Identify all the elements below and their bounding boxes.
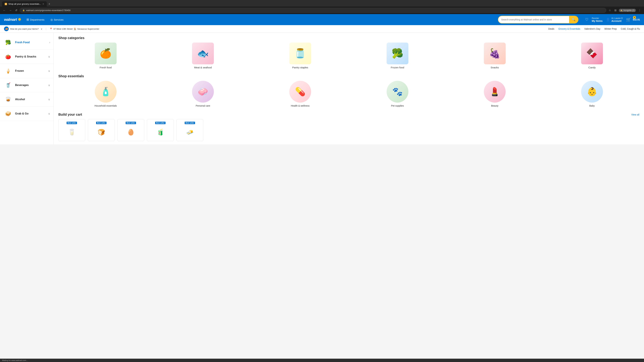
walmart-spark: ✸ [18, 17, 21, 22]
account-person-icon: 👤 [606, 17, 610, 22]
shop-essentials-title: Shop essentials [58, 74, 639, 78]
essential-pet-supplies[interactable]: 🐾 Pet supplies [350, 81, 445, 107]
household-img: 🧴 [95, 81, 116, 103]
valentines-link[interactable]: Valentine's Day [584, 27, 600, 30]
back-button[interactable]: ← [2, 8, 7, 12]
walmart-logo[interactable]: walmart ✸ [4, 17, 21, 22]
meat-seafood-label: Meat & seafood [156, 66, 250, 69]
services-icon: ◎ [50, 18, 53, 21]
category-pantry-staples[interactable]: 🫙 Pantry staples [253, 42, 348, 69]
sidebar-item-fresh-food[interactable]: 🥦 Fresh Food › [0, 35, 54, 50]
grocery-link[interactable]: Grocery & Essentials [558, 27, 580, 30]
baby-label: Baby [545, 104, 639, 107]
grab-go-chevron: ∨ [48, 112, 50, 115]
location-pin-icon: 📍 [50, 28, 52, 30]
sidebar-item-alcohol[interactable]: 🥃 Alcohol ∨ [0, 92, 54, 107]
sidebar-item-beverages[interactable]: 🥤 Beverages ∨ [0, 78, 54, 92]
frozen-chevron: ∨ [48, 69, 50, 72]
walmart-header: walmart ✸ ⊞ Departments ◎ Services 🔍 ♡ R… [0, 14, 644, 25]
store-icon: 🏠 [74, 28, 76, 30]
view-all-link[interactable]: View all [631, 113, 639, 116]
address-bar[interactable]: 🔒 walmart.com/cp/groceries-essentials/17… [20, 8, 606, 13]
meat-seafood-img: 🐟 [192, 42, 214, 64]
delivery-selector[interactable]: 🚚 How do you want your items? ∨ [4, 26, 42, 31]
cart-button[interactable]: 3 🛒 $32.91 [626, 17, 640, 22]
tab-close-btn[interactable]: ✕ [42, 3, 44, 5]
best-seller-product-5: 🧈 [178, 125, 201, 139]
deals-link[interactable]: Deals [548, 27, 554, 30]
essential-personal-care[interactable]: 🧼 Personal care [156, 81, 250, 107]
alcohol-label: Alcohol [15, 98, 46, 101]
best-seller-card-3[interactable]: Best seller 🥚 [118, 119, 144, 141]
search-button[interactable]: 🔍 [569, 16, 578, 23]
departments-nav[interactable]: ⊞ Departments [25, 17, 46, 22]
essential-household[interactable]: 🧴 Household essentials [58, 81, 153, 107]
beauty-img: 💄 [484, 81, 506, 103]
account-button[interactable]: 👤 Hi, Lauren D Account [606, 17, 623, 22]
new-tab-button[interactable]: + [47, 2, 52, 6]
sidebar-item-frozen[interactable]: 🍦 Frozen ∨ [0, 64, 54, 78]
essential-beauty[interactable]: 💄 Beauty [448, 81, 542, 107]
category-frozen-food[interactable]: 🥦 Frozen food [350, 42, 445, 69]
store-text: Secaucus Supercenter [77, 28, 100, 30]
essential-health-wellness[interactable]: 💊 Health & wellness [253, 81, 348, 107]
pantry-staples-img: 🫙 [289, 42, 311, 64]
lock-icon: 🔒 [22, 9, 25, 11]
category-snacks[interactable]: 🍇 Snacks [448, 42, 542, 69]
search-input[interactable] [498, 16, 569, 23]
my-items-label: My Items [592, 19, 602, 22]
winter-prep-link[interactable]: Winter Prep [604, 27, 617, 30]
services-nav[interactable]: ◎ Services [49, 17, 65, 22]
active-tab[interactable]: W Shop all your grocery essentials... ✕ [2, 1, 47, 6]
sidebar-item-pantry[interactable]: 🍅 Pantry & Snacks ∨ [0, 50, 54, 64]
browser-chrome: W Shop all your grocery essentials... ✕ … [0, 0, 644, 6]
cart-count: 3 [633, 16, 636, 19]
location-info[interactable]: 📍 47 West 13th Street 🏠 Secaucus Superce… [50, 28, 99, 30]
best-seller-badge-4: Best seller [155, 122, 166, 124]
reorder-button[interactable]: Reorder My Items [592, 17, 602, 22]
toolbar-right: ☆ ⊞ 🕵 Incognito (2) ⋮ [608, 8, 642, 12]
address-text: 47 West 13th Street [53, 28, 72, 30]
cold-flu-link[interactable]: Cold, Cough & Flu [621, 27, 640, 30]
best-seller-card-5[interactable]: Best seller 🧈 [176, 119, 203, 141]
refresh-button[interactable]: ↺ [14, 8, 18, 12]
personal-care-label: Personal care [156, 104, 250, 107]
sidebar-item-grab-go[interactable]: 🥪 Grab & Go ∨ [0, 107, 54, 121]
tab-favicon: W [5, 3, 7, 5]
category-meat-seafood[interactable]: 🐟 Meat & seafood [156, 42, 250, 69]
category-fresh-food[interactable]: 🍊 Fresh food [58, 42, 153, 69]
incognito-icon: 🕵 [620, 9, 623, 11]
best-seller-product-4: 🧃 [149, 125, 172, 139]
best-seller-product-2: 🍞 [90, 125, 112, 139]
beverages-icon: 🥤 [3, 80, 13, 90]
reorder-label: Reorder [592, 17, 602, 19]
fresh-food-img: 🍊 [95, 42, 116, 64]
cart-icon: 🛒 [626, 17, 631, 22]
build-cart-header: Build your cart View all [58, 113, 639, 116]
wishlist-button[interactable]: ♡ [585, 17, 588, 22]
frozen-label: Frozen [15, 69, 46, 72]
extensions-button[interactable]: ⊞ [613, 8, 618, 12]
best-seller-card-1[interactable]: Best seller 🥛 [58, 119, 85, 141]
category-candy[interactable]: 🍫 Candy [545, 42, 639, 69]
beauty-label: Beauty [448, 104, 542, 107]
forward-button[interactable]: → [8, 8, 13, 12]
snacks-img: 🍇 [484, 42, 506, 64]
best-seller-card-2[interactable]: Best seller 🍞 [88, 119, 115, 141]
departments-label: Departments [30, 18, 44, 21]
pantry-staples-label: Pantry staples [253, 66, 348, 69]
more-menu-button[interactable]: ⋮ [637, 8, 642, 12]
walmart-logo-text: walmart [4, 17, 17, 22]
best-seller-card-4[interactable]: Best seller 🧃 [147, 119, 174, 141]
sub-header: 🚚 How do you want your items? ∨ | 📍 47 W… [0, 25, 644, 33]
essential-baby[interactable]: 👶 Baby [545, 81, 639, 107]
fresh-food-chevron: › [49, 41, 50, 44]
shop-categories-title: Shop categories [58, 36, 639, 40]
beverages-label: Beverages [15, 84, 46, 87]
best-seller-product-3: 🥚 [120, 125, 142, 139]
departments-grid-icon: ⊞ [26, 18, 29, 21]
best-seller-badge-5: Best seller [185, 122, 195, 124]
bookmark-button[interactable]: ☆ [608, 8, 612, 12]
best-seller-product-1: 🥛 [60, 125, 83, 139]
baby-img: 👶 [581, 81, 603, 103]
